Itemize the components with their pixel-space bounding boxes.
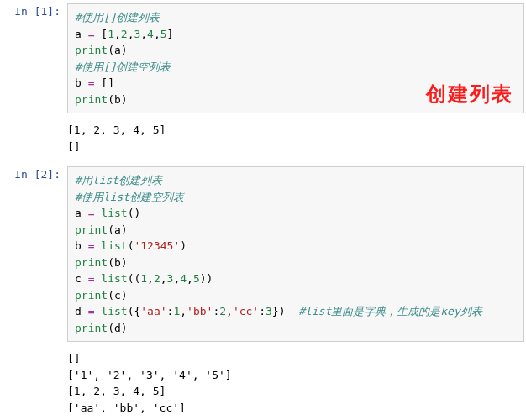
code-builtin: print [75, 322, 108, 334]
code-builtin: list [101, 272, 127, 285]
notebook-cell-1-input: In [1]: #使用[]创建列表 a = [1,2,3,4,5] print(… [0, 0, 526, 117]
code-paren: (b) [108, 256, 127, 269]
cell-1-code-area[interactable]: #使用[]创建列表 a = [1,2,3,4,5] print(a) #使用[]… [67, 3, 524, 113]
code-op: = [82, 272, 101, 285]
cell-1-prompt: In [1]: [0, 0, 67, 18]
code-punc: , [147, 272, 154, 285]
code-punc: , [226, 305, 233, 318]
code-builtin: list [101, 207, 127, 219]
cell-2-output: [] ['1', '2', '3', '4', '5'] [1, 2, 3, 4… [60, 345, 526, 420]
code-var: d [75, 305, 82, 318]
code-num: 2 [121, 28, 128, 40]
code-comment: #用list创建列表 [75, 174, 162, 186]
code-num: 4 [180, 272, 187, 285]
notebook-cell-2-output: [] ['1', '2', '3', '4', '5'] [1, 2, 3, 4… [0, 345, 526, 420]
code-builtin: print [75, 93, 108, 106]
code-num: 2 [219, 305, 226, 318]
code-op: = [82, 239, 101, 252]
code-paren: ({ [128, 305, 141, 318]
code-op: = [82, 28, 101, 40]
code-paren: (a) [108, 44, 127, 56]
code-builtin: list [101, 305, 127, 318]
code-punc: : [259, 305, 266, 318]
code-paren: (c) [108, 289, 127, 302]
code-punc: , [114, 28, 121, 40]
cell-1-output: [1, 2, 3, 4, 5] [] [60, 117, 526, 163]
code-num: 4 [147, 28, 154, 40]
code-op: = [82, 76, 101, 89]
code-builtin: list [101, 239, 127, 252]
code-punc: [] [101, 76, 114, 89]
code-builtin: print [75, 44, 108, 56]
code-punc: , [160, 272, 167, 285]
code-punc: , [154, 28, 160, 40]
code-comment: #使用[]创建空列表 [75, 60, 171, 73]
code-builtin: print [75, 289, 108, 302]
notebook-cell-1-output: [1, 2, 3, 4, 5] [] [0, 117, 526, 163]
code-num: 3 [266, 305, 272, 318]
code-paren: ) [180, 239, 187, 252]
code-var: a [75, 207, 82, 219]
code-num: 5 [160, 28, 167, 40]
code-op: = [82, 305, 101, 318]
code-builtin: print [75, 223, 108, 236]
code-num: 1 [140, 272, 147, 285]
code-punc: , [140, 28, 147, 40]
code-paren: (d) [108, 322, 127, 334]
code-op: = [82, 207, 101, 219]
code-space [286, 305, 299, 318]
code-num: 2 [154, 272, 160, 285]
code-var: c [75, 272, 82, 285]
code-num: 5 [193, 272, 200, 285]
notebook-cell-2-input: In [2]: #用list创建列表 #使用list创建空列表 a = list… [0, 163, 526, 345]
cell-2-prompt: In [2]: [0, 163, 67, 181]
code-str: 'aa' [140, 305, 166, 318]
code-var: a [75, 28, 82, 40]
cell-2-code-area[interactable]: #用list创建列表 #使用list创建空列表 a = list() print… [67, 166, 524, 342]
code-num: 1 [108, 28, 114, 40]
code-comment: #使用list创建空列表 [75, 191, 184, 203]
code-str: 'bb' [187, 305, 213, 318]
code-paren: () [128, 207, 141, 219]
code-paren: }) [272, 305, 286, 318]
annotation-label: 创建列表 [426, 81, 513, 108]
code-punc: , [180, 305, 187, 318]
code-paren: (a) [108, 223, 127, 236]
code-punc: , [187, 272, 193, 285]
code-punc: ] [167, 28, 174, 40]
code-var: b [75, 239, 82, 252]
code-punc: [ [101, 28, 108, 40]
code-str: 'cc' [233, 305, 259, 318]
code-paren: (b) [108, 93, 127, 106]
code-str: '12345' [134, 239, 180, 252]
code-paren: (( [128, 272, 141, 285]
code-comment: #list里面是字典，生成的是key列表 [298, 305, 482, 318]
code-paren: )) [200, 272, 213, 285]
code-var: b [75, 76, 82, 89]
code-builtin: print [75, 256, 108, 269]
code-comment: #使用[]创建列表 [75, 11, 160, 24]
